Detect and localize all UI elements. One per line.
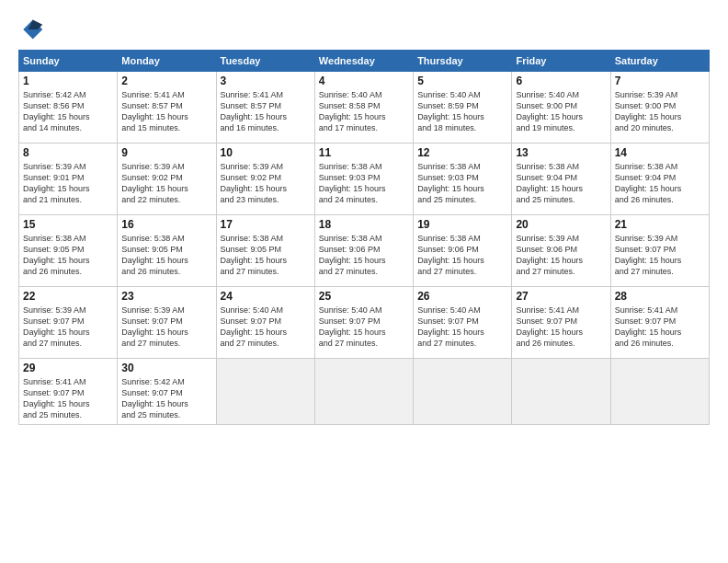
day-number: 25: [319, 290, 409, 303]
logo-icon: [18, 17, 44, 42]
day-number: 21: [615, 218, 705, 231]
calendar-cell: 30Sunrise: 5:42 AM Sunset: 9:07 PM Dayli…: [118, 359, 216, 425]
day-number: 24: [221, 290, 311, 303]
calendar-week-5: 29Sunrise: 5:41 AM Sunset: 9:07 PM Dayli…: [19, 359, 710, 425]
day-number: 20: [516, 218, 606, 231]
day-info: Sunrise: 5:41 AM Sunset: 8:57 PM Dayligh…: [121, 89, 211, 134]
day-info: Sunrise: 5:41 AM Sunset: 9:07 PM Dayligh…: [615, 304, 705, 350]
calendar-table: SundayMondayTuesdayWednesdayThursdayFrid…: [18, 50, 710, 425]
day-info: Sunrise: 5:40 AM Sunset: 9:00 PM Dayligh…: [516, 89, 606, 134]
weekday-header-sunday: Sunday: [19, 51, 118, 72]
day-number: 6: [516, 75, 606, 87]
calendar-week-4: 22Sunrise: 5:39 AM Sunset: 9:07 PM Dayli…: [19, 287, 710, 359]
calendar-week-3: 15Sunrise: 5:38 AM Sunset: 9:05 PM Dayli…: [19, 215, 710, 287]
day-info: Sunrise: 5:38 AM Sunset: 9:04 PM Dayligh…: [516, 161, 606, 206]
logo: [18, 17, 48, 42]
day-number: 14: [615, 146, 705, 159]
calendar-cell: 26Sunrise: 5:40 AM Sunset: 9:07 PM Dayli…: [414, 287, 512, 359]
day-number: 3: [221, 75, 311, 87]
day-number: 27: [516, 290, 606, 303]
day-info: Sunrise: 5:38 AM Sunset: 9:06 PM Dayligh…: [319, 233, 409, 278]
calendar-cell: 9Sunrise: 5:39 AM Sunset: 9:02 PM Daylig…: [118, 144, 216, 215]
weekday-header-wednesday: Wednesday: [314, 51, 413, 72]
day-number: 22: [23, 290, 113, 303]
day-number: 9: [121, 146, 211, 159]
weekday-header-friday: Friday: [512, 51, 610, 72]
header: [18, 17, 710, 42]
day-info: Sunrise: 5:38 AM Sunset: 9:03 PM Dayligh…: [417, 161, 507, 206]
calendar-cell: 4Sunrise: 5:40 AM Sunset: 8:58 PM Daylig…: [314, 72, 413, 144]
day-number: 10: [221, 146, 311, 159]
day-number: 2: [121, 75, 211, 87]
day-number: 30: [121, 362, 211, 374]
day-number: 11: [319, 146, 409, 159]
calendar-cell: 10Sunrise: 5:39 AM Sunset: 9:02 PM Dayli…: [216, 144, 314, 215]
weekday-header-monday: Monday: [118, 51, 216, 72]
calendar-cell: 13Sunrise: 5:38 AM Sunset: 9:04 PM Dayli…: [512, 144, 610, 215]
day-number: 7: [615, 75, 705, 87]
calendar-cell: 12Sunrise: 5:38 AM Sunset: 9:03 PM Dayli…: [414, 144, 512, 215]
calendar-cell: 1Sunrise: 5:42 AM Sunset: 8:56 PM Daylig…: [19, 72, 118, 144]
day-info: Sunrise: 5:38 AM Sunset: 9:03 PM Dayligh…: [319, 161, 409, 206]
day-number: 13: [516, 146, 606, 159]
calendar-cell: 15Sunrise: 5:38 AM Sunset: 9:05 PM Dayli…: [19, 215, 118, 287]
calendar-cell: [610, 359, 709, 425]
day-info: Sunrise: 5:41 AM Sunset: 9:07 PM Dayligh…: [23, 376, 113, 421]
calendar-cell: 17Sunrise: 5:38 AM Sunset: 9:05 PM Dayli…: [216, 215, 314, 287]
calendar-cell: 3Sunrise: 5:41 AM Sunset: 8:57 PM Daylig…: [216, 72, 314, 144]
calendar-cell: 20Sunrise: 5:39 AM Sunset: 9:06 PM Dayli…: [512, 215, 610, 287]
page: SundayMondayTuesdayWednesdayThursdayFrid…: [0, 0, 728, 563]
calendar-cell: 18Sunrise: 5:38 AM Sunset: 9:06 PM Dayli…: [314, 215, 413, 287]
calendar-week-2: 8Sunrise: 5:39 AM Sunset: 9:01 PM Daylig…: [19, 144, 710, 215]
day-number: 23: [121, 290, 211, 303]
day-number: 19: [417, 218, 507, 231]
day-number: 12: [417, 146, 507, 159]
calendar-cell: [314, 359, 413, 425]
calendar-cell: 5Sunrise: 5:40 AM Sunset: 8:59 PM Daylig…: [414, 72, 512, 144]
calendar-cell: 24Sunrise: 5:40 AM Sunset: 9:07 PM Dayli…: [216, 287, 314, 359]
day-number: 15: [23, 218, 113, 231]
day-info: Sunrise: 5:38 AM Sunset: 9:05 PM Dayligh…: [221, 233, 311, 278]
day-info: Sunrise: 5:40 AM Sunset: 8:59 PM Dayligh…: [417, 89, 507, 134]
calendar-cell: 19Sunrise: 5:38 AM Sunset: 9:06 PM Dayli…: [414, 215, 512, 287]
calendar-cell: [414, 359, 512, 425]
day-number: 1: [23, 75, 113, 87]
day-info: Sunrise: 5:38 AM Sunset: 9:04 PM Dayligh…: [615, 161, 705, 206]
day-number: 26: [417, 290, 507, 303]
day-info: Sunrise: 5:40 AM Sunset: 9:07 PM Dayligh…: [221, 304, 311, 350]
calendar-cell: 23Sunrise: 5:39 AM Sunset: 9:07 PM Dayli…: [118, 287, 216, 359]
day-info: Sunrise: 5:39 AM Sunset: 9:07 PM Dayligh…: [121, 304, 211, 350]
day-info: Sunrise: 5:41 AM Sunset: 8:57 PM Dayligh…: [221, 89, 311, 134]
calendar-cell: [512, 359, 610, 425]
day-number: 16: [121, 218, 211, 231]
calendar-cell: 21Sunrise: 5:39 AM Sunset: 9:07 PM Dayli…: [610, 215, 709, 287]
day-info: Sunrise: 5:39 AM Sunset: 9:01 PM Dayligh…: [23, 161, 113, 206]
calendar-cell: 29Sunrise: 5:41 AM Sunset: 9:07 PM Dayli…: [19, 359, 118, 425]
day-info: Sunrise: 5:39 AM Sunset: 9:00 PM Dayligh…: [615, 89, 705, 134]
day-info: Sunrise: 5:39 AM Sunset: 9:07 PM Dayligh…: [23, 304, 113, 350]
day-info: Sunrise: 5:40 AM Sunset: 9:07 PM Dayligh…: [319, 304, 409, 350]
day-info: Sunrise: 5:38 AM Sunset: 9:06 PM Dayligh…: [417, 233, 507, 278]
calendar-cell: 28Sunrise: 5:41 AM Sunset: 9:07 PM Dayli…: [610, 287, 709, 359]
day-info: Sunrise: 5:39 AM Sunset: 9:06 PM Dayligh…: [516, 233, 606, 278]
day-number: 28: [615, 290, 705, 303]
calendar-cell: 2Sunrise: 5:41 AM Sunset: 8:57 PM Daylig…: [118, 72, 216, 144]
calendar-cell: 16Sunrise: 5:38 AM Sunset: 9:05 PM Dayli…: [118, 215, 216, 287]
day-number: 18: [319, 218, 409, 231]
day-info: Sunrise: 5:40 AM Sunset: 8:58 PM Dayligh…: [319, 89, 409, 134]
calendar-cell: 14Sunrise: 5:38 AM Sunset: 9:04 PM Dayli…: [610, 144, 709, 215]
calendar-cell: 6Sunrise: 5:40 AM Sunset: 9:00 PM Daylig…: [512, 72, 610, 144]
day-info: Sunrise: 5:39 AM Sunset: 9:07 PM Dayligh…: [615, 233, 705, 278]
day-info: Sunrise: 5:42 AM Sunset: 9:07 PM Dayligh…: [121, 376, 211, 421]
weekday-header-tuesday: Tuesday: [216, 51, 314, 72]
day-info: Sunrise: 5:42 AM Sunset: 8:56 PM Dayligh…: [23, 89, 113, 134]
calendar-week-1: 1Sunrise: 5:42 AM Sunset: 8:56 PM Daylig…: [19, 72, 710, 144]
calendar-cell: [216, 359, 314, 425]
day-info: Sunrise: 5:39 AM Sunset: 9:02 PM Dayligh…: [121, 161, 211, 206]
day-number: 17: [221, 218, 311, 231]
day-number: 4: [319, 75, 409, 87]
day-number: 8: [23, 146, 113, 159]
day-info: Sunrise: 5:41 AM Sunset: 9:07 PM Dayligh…: [516, 304, 606, 350]
calendar-cell: 27Sunrise: 5:41 AM Sunset: 9:07 PM Dayli…: [512, 287, 610, 359]
day-info: Sunrise: 5:40 AM Sunset: 9:07 PM Dayligh…: [417, 304, 507, 350]
